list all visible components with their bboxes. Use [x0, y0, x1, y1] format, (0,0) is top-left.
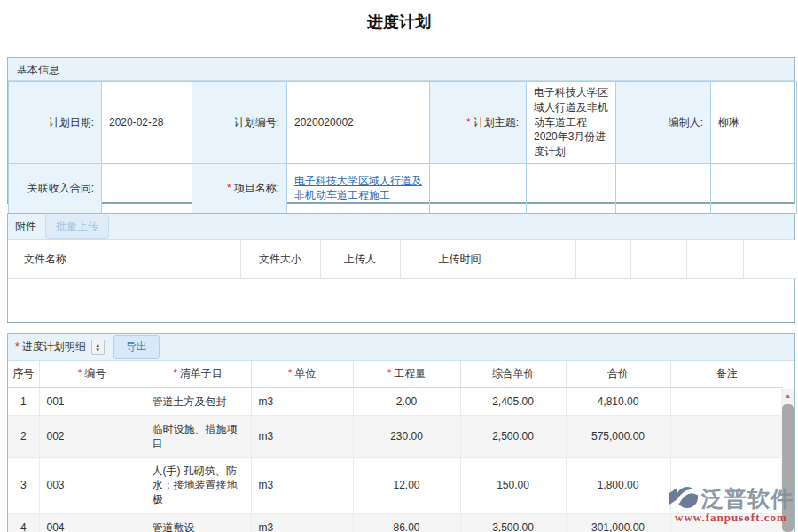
col-seq: 序号 [8, 361, 39, 387]
cell-qty: 86.00 [353, 513, 460, 532]
cell-item: 人(手) 孔砌筑、防水；接地装置接地极 [145, 458, 251, 514]
creator-value: 柳琳 [711, 82, 797, 164]
attachments-table: 文件名称 文件大小 上传人 上传时间 [8, 240, 796, 279]
col-qty: *工程量 [353, 361, 460, 387]
plan-no-value: 2020020002 [287, 82, 430, 164]
cell-unit: m3 [251, 513, 353, 532]
page-title: 进度计划 [0, 12, 798, 33]
plan-subject-value: 电子科技大学区域人行道及非机动车道工程2020年3月份进度计划 [527, 82, 616, 164]
cell-item: 临时设施、措施项目 [145, 415, 251, 457]
cell-note [670, 513, 783, 532]
cell-amount: 4,810.00 [566, 387, 670, 415]
required-asterisk: * [78, 367, 82, 379]
attachments-header-row: 文件名称 文件大小 上传人 上传时间 [8, 240, 796, 278]
required-asterisk: * [15, 340, 20, 353]
cell-note [670, 415, 783, 457]
col-empty [520, 240, 575, 278]
cell-item: 管道土方及包封 [145, 387, 251, 415]
required-asterisk: * [387, 367, 392, 379]
attachments-section-title: 附件 [15, 219, 36, 234]
cell-code: 003 [39, 458, 145, 514]
cell-amount: 575,000.00 [566, 415, 670, 457]
sort-toggle-icon[interactable]: ▲▼ [91, 340, 105, 355]
plan-subject-label: *计划主题: [430, 82, 527, 164]
col-unit-price: 综合单价 [460, 361, 566, 387]
cell-unit: m3 [251, 415, 353, 457]
empty-cell [430, 163, 527, 213]
cell-amount: 301,000.00 [566, 513, 670, 532]
cell-code: 004 [39, 513, 145, 532]
cell-seq: 2 [8, 415, 39, 457]
empty-cell [711, 163, 797, 213]
export-button[interactable]: 导出 [113, 335, 160, 359]
plan-date-label: 计划日期: [9, 82, 102, 164]
cell-unit-price: 150.00 [460, 458, 566, 514]
basic-info-table: 计划日期: 2020-02-28 计划编号: 2020020002 *计划主题:… [8, 81, 797, 214]
required-asterisk: * [288, 367, 293, 379]
attachments-empty-body [8, 279, 794, 322]
col-item: *清单子目 [145, 361, 251, 387]
table-row: 2 002 临时设施、措施项目 m3 230.00 2,500.00 575,0… [8, 415, 783, 457]
related-contract-label: 关联收入合同: [9, 163, 102, 213]
col-unit: *单位 [251, 361, 353, 387]
empty-cell [616, 163, 711, 213]
project-name-label: *项目名称: [192, 163, 287, 213]
cell-qty: 230.00 [353, 415, 460, 457]
attachments-header: 附件 批量上传 [8, 214, 794, 240]
cell-unit-price: 2,405.00 [460, 387, 566, 415]
cell-code: 001 [39, 387, 145, 415]
plan-date-value: 2020-02-28 [102, 82, 192, 164]
col-code: *编号 [39, 361, 145, 387]
required-asterisk: * [173, 367, 177, 379]
required-asterisk: * [466, 116, 471, 129]
cell-seq: 3 [8, 458, 39, 514]
attachments-panel: 附件 批量上传 文件名称 文件大小 上传人 上传时间 [7, 213, 795, 323]
detail-section-title: *进度计划明细 [15, 340, 86, 355]
project-name-cell: 电子科技大学区域人行道及非机动车道工程施工 [287, 163, 430, 213]
table-row: 4 004 管道敷设 m3 86.00 3,500.00 301,000.00 [8, 513, 783, 532]
basic-info-section-title: 基本信息 [8, 58, 794, 81]
col-note: 备注 [670, 361, 783, 387]
col-empty [630, 240, 686, 278]
basic-info-row-1: 计划日期: 2020-02-28 计划编号: 2020020002 *计划主题:… [9, 82, 797, 164]
col-empty [686, 240, 743, 278]
cell-qty: 12.00 [353, 458, 460, 514]
col-file-name: 文件名称 [8, 240, 240, 278]
col-empty [575, 240, 630, 278]
col-upload-time: 上传时间 [400, 240, 520, 278]
col-amount: 合价 [566, 361, 670, 387]
cell-qty: 2.00 [353, 387, 460, 415]
cell-amount: 1,800.00 [566, 458, 670, 514]
plan-no-label: 计划编号: [192, 82, 287, 164]
scrollbar-thumb[interactable] [782, 404, 794, 532]
cell-unit: m3 [251, 458, 353, 514]
table-row: 3 003 人(手) 孔砌筑、防水；接地装置接地极 m3 12.00 150.0… [8, 458, 783, 514]
cell-seq: 4 [8, 513, 39, 532]
cell-code: 002 [39, 415, 145, 457]
creator-label: 编制人: [616, 82, 711, 164]
detail-table: 序号 *编号 *清单子目 *单位 *工程量 综合单价 合价 备注 1 001 管… [8, 361, 783, 532]
cell-seq: 1 [8, 387, 39, 415]
col-file-size: 文件大小 [240, 240, 320, 278]
cell-note [670, 458, 783, 514]
cell-item: 管道敷设 [145, 513, 251, 532]
project-name-link[interactable]: 电子科技大学区域人行道及非机动车道工程施工 [294, 175, 422, 202]
table-row: 1 001 管道土方及包封 m3 2.00 2,405.00 4,810.00 [8, 387, 783, 415]
basic-info-row-2: 关联收入合同: *项目名称: 电子科技大学区域人行道及非机动车道工程施工 [9, 163, 797, 213]
cell-note [670, 387, 783, 415]
cell-unit-price: 2,500.00 [460, 415, 566, 457]
detail-section-header: *进度计划明细 ▲▼ 导出 [8, 334, 794, 361]
basic-info-panel: 基本信息 计划日期: 2020-02-28 计划编号: 2020020002 *… [7, 57, 795, 204]
empty-cell [527, 163, 616, 213]
required-asterisk: * [227, 182, 231, 194]
batch-upload-button[interactable]: 批量上传 [45, 215, 109, 239]
detail-header-row: 序号 *编号 *清单子目 *单位 *工程量 综合单价 合价 备注 [8, 361, 783, 387]
col-uploader: 上传人 [320, 240, 400, 278]
cell-unit: m3 [251, 387, 353, 415]
vertical-scrollbar[interactable]: ▲ [781, 389, 794, 532]
related-contract-value [102, 163, 192, 213]
col-empty [743, 240, 796, 278]
detail-panel: *进度计划明细 ▲▼ 导出 序号 *编号 *清单子目 *单位 *工程量 综合单价… [7, 333, 795, 532]
scrollbar-up-arrow-icon[interactable]: ▲ [781, 389, 794, 403]
cell-unit-price: 3,500.00 [460, 513, 566, 532]
